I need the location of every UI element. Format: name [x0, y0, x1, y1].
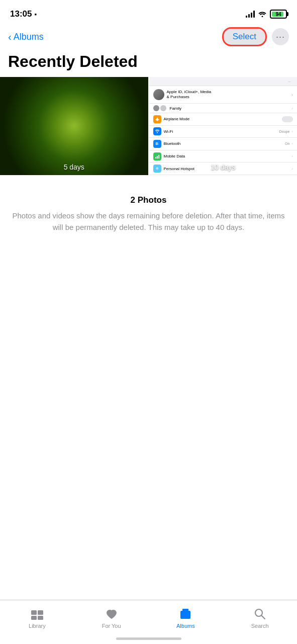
- settings-profile-row: Apple ID, iCloud+, Media & Purchases ›: [149, 86, 298, 104]
- wifi-settings-icon: [153, 127, 161, 135]
- tab-albums-label: Albums: [176, 623, 195, 629]
- tab-foryou[interactable]: For You: [94, 607, 129, 629]
- foryou-tab-icon: [105, 607, 119, 621]
- svg-rect-8: [182, 609, 188, 611]
- info-count: 2 Photos: [10, 195, 287, 205]
- photo-cell-2[interactable]: ··· Apple ID, iCloud+, Media & Purchases…: [149, 77, 298, 175]
- settings-row-mobile: Mobile Data ›: [149, 150, 298, 163]
- wifi-icon: [258, 10, 267, 19]
- info-description: Photos and videos show the days remainin…: [10, 210, 287, 233]
- more-button[interactable]: ···: [272, 28, 289, 45]
- settings-row-bluetooth: B Bluetooth On ›: [149, 138, 298, 150]
- photo-label-2: 10 days: [211, 163, 235, 171]
- status-right: 94: [246, 10, 287, 19]
- airplane-toggle: [282, 116, 293, 122]
- family-row: Family ›: [149, 104, 298, 113]
- settings-header: ···: [149, 77, 298, 86]
- albums-tab-icon: [178, 607, 192, 621]
- svg-rect-1: [157, 156, 158, 158]
- bluetooth-label: Bluetooth: [164, 141, 285, 146]
- tunnel-image: [0, 77, 148, 175]
- mobile-data-label: Mobile Data: [164, 154, 292, 158]
- airplane-icon: [153, 115, 161, 123]
- search-tab-icon: [253, 607, 267, 621]
- photo-label-1: 5 days: [64, 163, 84, 171]
- info-section: 2 Photos Photos and videos show the days…: [0, 175, 297, 243]
- library-tab-icon: [30, 607, 44, 621]
- family-arrow-icon: ›: [291, 106, 293, 111]
- bluetooth-value: On: [285, 142, 289, 145]
- battery-icon: 94: [270, 10, 287, 19]
- svg-rect-0: [155, 157, 156, 158]
- wifi-arrow-icon: ›: [291, 129, 293, 134]
- family-avatar-2: [160, 105, 166, 111]
- tab-search[interactable]: Search: [242, 607, 277, 629]
- settings-screenshot: ··· Apple ID, iCloud+, Media & Purchases…: [149, 77, 298, 175]
- tab-library[interactable]: Library: [20, 607, 55, 629]
- tab-foryou-label: For You: [102, 623, 121, 629]
- nav-actions: Select ···: [222, 27, 289, 46]
- status-time: 13:05 ▪: [10, 9, 37, 19]
- family-avatar-1: [153, 105, 159, 111]
- status-bar: 13:05 ▪ 94: [0, 0, 297, 25]
- hotspot-icon: ⊕: [153, 165, 161, 173]
- profile-arrow-icon: ›: [291, 92, 293, 98]
- svg-line-10: [262, 615, 265, 619]
- svg-rect-2: [158, 155, 159, 158]
- svg-rect-3: [31, 610, 37, 615]
- svg-rect-5: [31, 616, 37, 620]
- select-button[interactable]: Select: [222, 27, 267, 46]
- mobile-data-arrow-icon: ›: [291, 154, 293, 158]
- tab-library-label: Library: [29, 623, 46, 629]
- back-label: Albums: [14, 32, 44, 42]
- signal-bars-icon: [246, 11, 255, 18]
- hotspot-arrow-icon: ›: [291, 167, 293, 171]
- home-indicator: [116, 637, 181, 640]
- family-label: Family: [170, 106, 182, 111]
- sim-icon: ▪: [34, 11, 37, 18]
- chevron-left-icon: ‹: [8, 32, 12, 42]
- svg-rect-7: [180, 611, 190, 619]
- bluetooth-icon: B: [153, 140, 161, 148]
- tab-albums[interactable]: Albums: [168, 607, 203, 629]
- settings-row-airplane: Airplane Mode: [149, 113, 298, 126]
- svg-rect-6: [38, 616, 43, 620]
- wifi-value: Doupe: [279, 130, 290, 133]
- photo-grid: 5 days ··· Apple ID, iCloud+, Media & Pu…: [0, 77, 297, 175]
- photo-cell-1[interactable]: 5 days: [0, 77, 148, 175]
- tab-search-label: Search: [251, 623, 269, 629]
- profile-icon: [153, 89, 164, 100]
- svg-rect-4: [38, 610, 43, 615]
- settings-row-wifi: Wi-Fi Doupe ›: [149, 126, 298, 138]
- back-button[interactable]: ‹ Albums: [8, 32, 44, 42]
- profile-text: Apple ID, iCloud+, Media & Purchases: [167, 90, 212, 100]
- mobile-data-icon: [153, 152, 161, 160]
- page-title: Recently Deleted: [0, 50, 297, 77]
- airplane-label: Airplane Mode: [164, 117, 282, 121]
- nav-header: ‹ Albums Select ···: [0, 25, 297, 50]
- family-icons: [153, 105, 167, 111]
- bluetooth-arrow-icon: ›: [291, 141, 293, 146]
- wifi-label: Wi-Fi: [164, 129, 279, 134]
- more-dots-icon: ···: [276, 32, 285, 41]
